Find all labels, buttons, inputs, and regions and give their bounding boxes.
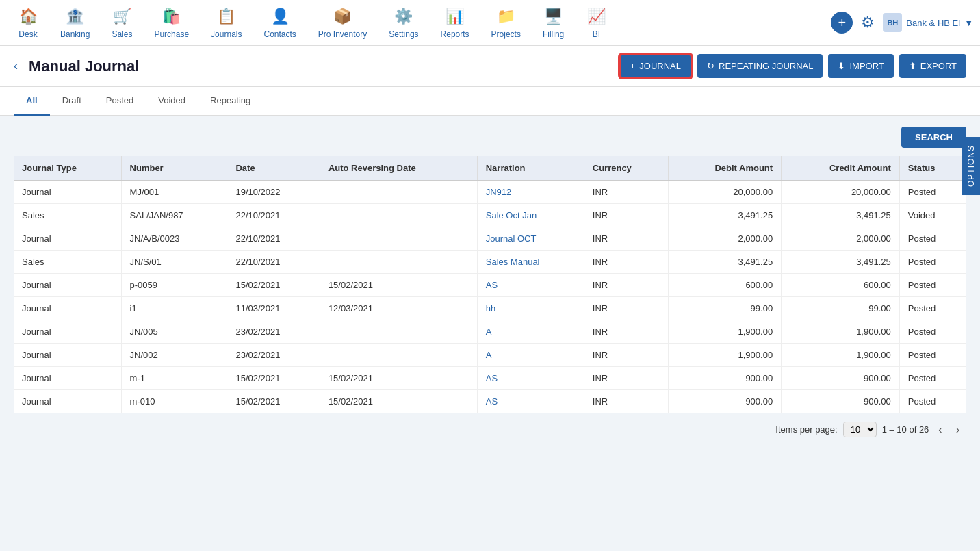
cell-credit: 3,491.25 [782, 204, 900, 227]
header-status: Status [899, 156, 966, 181]
cell-type: Journal [14, 390, 121, 413]
page-title: Manual Journal [29, 57, 608, 75]
tab-all[interactable]: All [14, 87, 50, 116]
user-menu[interactable]: BH Bank & HB El ▼ [883, 13, 973, 32]
narration-link[interactable]: A [486, 326, 492, 337]
cell-status: Posted [899, 274, 966, 297]
cell-auto-rev-date [320, 204, 477, 227]
cell-debit: 600.00 [669, 274, 782, 297]
cell-narration[interactable]: Sale Oct Jan [477, 204, 584, 227]
cell-currency: INR [584, 274, 668, 297]
cell-narration[interactable]: Journal OCT [477, 227, 584, 251]
table-row[interactable]: Journal i1 11/03/2021 12/03/2021 hh INR … [14, 297, 966, 320]
cell-narration[interactable]: AS [477, 274, 584, 297]
narration-link[interactable]: hh [486, 303, 495, 313]
options-tab[interactable]: OPTIONS [962, 137, 980, 195]
avatar: BH [883, 13, 902, 32]
nav-label-desk: Desk [18, 29, 37, 39]
header-credit-amount: Credit Amount [782, 156, 900, 181]
table-row[interactable]: Sales SAL/JAN/987 22/10/2021 Sale Oct Ja… [14, 204, 966, 227]
new-journal-button[interactable]: + JOURNAL [619, 54, 692, 78]
table-row[interactable]: Sales JN/S/01 22/10/2021 Sales Manual IN… [14, 251, 966, 274]
narration-link[interactable]: AS [486, 373, 498, 383]
cell-status: Posted [899, 297, 966, 320]
table-header-row: Journal Type Number Date Auto Reversing … [14, 156, 966, 181]
nav-label-bi: BI [593, 29, 600, 39]
cell-currency: INR [584, 251, 668, 274]
table-row[interactable]: Journal m-010 15/02/2021 15/02/2021 AS I… [14, 390, 966, 413]
cell-type: Journal [14, 320, 121, 344]
cell-currency: INR [584, 297, 668, 320]
cell-date: 23/02/2021 [227, 344, 320, 367]
cell-debit: 900.00 [669, 390, 782, 413]
tab-voided[interactable]: Voided [146, 87, 198, 116]
nav-item-contacts[interactable]: 👤 Contacts [253, 1, 307, 44]
table-row[interactable]: Journal JN/A/B/0023 22/10/2021 Journal O… [14, 227, 966, 251]
nav-item-bi[interactable]: 📈 BI [575, 1, 617, 44]
cell-debit: 1,900.00 [669, 344, 782, 367]
table-row[interactable]: Journal m-1 15/02/2021 15/02/2021 AS INR… [14, 367, 966, 390]
nav-item-banking[interactable]: 🏦 Banking [49, 1, 101, 44]
cell-debit: 3,491.25 [669, 204, 782, 227]
tab-draft[interactable]: Draft [50, 87, 94, 116]
cell-auto-rev-date: 12/03/2021 [320, 297, 477, 320]
cell-credit: 600.00 [782, 274, 900, 297]
table-row[interactable]: Journal JN/002 23/02/2021 A INR 1,900.00… [14, 344, 966, 367]
nav-item-desk[interactable]: 🏠 Desk [7, 1, 49, 44]
user-name: Bank & HB El [906, 18, 960, 28]
narration-link[interactable]: AS [486, 396, 498, 407]
tab-repeating[interactable]: Repeating [198, 87, 263, 116]
table-row[interactable]: Journal p-0059 15/02/2021 15/02/2021 AS … [14, 274, 966, 297]
back-button[interactable]: ‹ [14, 59, 18, 73]
repeating-journal-button[interactable]: ↻ REPEATING JOURNAL [697, 54, 823, 78]
cell-narration[interactable]: JN912 [477, 181, 584, 204]
tab-posted[interactable]: Posted [94, 87, 146, 116]
cell-currency: INR [584, 227, 668, 251]
narration-link[interactable]: AS [486, 280, 498, 290]
export-button[interactable]: ⬆ EXPORT [899, 54, 966, 78]
narration-link[interactable]: JN912 [486, 187, 512, 197]
cell-credit: 1,900.00 [782, 320, 900, 344]
search-button[interactable]: SEARCH [901, 127, 966, 148]
cell-auto-rev-date [320, 227, 477, 251]
next-page-button[interactable]: › [952, 422, 964, 437]
nav-label-contacts: Contacts [263, 29, 296, 39]
cell-narration[interactable]: AS [477, 367, 584, 390]
cell-narration[interactable]: hh [477, 297, 584, 320]
cell-narration[interactable]: Sales Manual [477, 251, 584, 274]
journals-icon: 📋 [216, 6, 237, 27]
cell-narration[interactable]: AS [477, 390, 584, 413]
nav-item-projects[interactable]: 📁 Projects [480, 1, 532, 44]
nav-label-settings: Settings [389, 29, 418, 39]
import-button[interactable]: ⬇ IMPORT [828, 54, 893, 78]
cell-narration[interactable]: A [477, 344, 584, 367]
add-button[interactable]: + [831, 12, 853, 34]
cell-debit: 20,000.00 [669, 181, 782, 204]
prev-page-button[interactable]: ‹ [934, 422, 946, 437]
cell-type: Journal [14, 274, 121, 297]
header-debit-amount: Debit Amount [669, 156, 782, 181]
nav-item-pro-inventory[interactable]: 📦 Pro Inventory [307, 1, 378, 44]
narration-link[interactable]: Sale Oct Jan [486, 210, 537, 220]
table-row[interactable]: Journal JN/005 23/02/2021 A INR 1,900.00… [14, 320, 966, 344]
nav-item-purchase[interactable]: 🛍️ Purchase [143, 1, 200, 44]
cell-credit: 99.00 [782, 297, 900, 320]
nav-item-journals[interactable]: 📋 Journals [200, 1, 253, 44]
cell-status: Posted [899, 367, 966, 390]
cell-type: Journal [14, 344, 121, 367]
cell-narration[interactable]: A [477, 320, 584, 344]
cell-debit: 3,491.25 [669, 251, 782, 274]
gear-icon[interactable]: ⚙ [861, 14, 875, 31]
table-row[interactable]: Journal MJ/001 19/10/2022 JN912 INR 20,0… [14, 181, 966, 204]
narration-link[interactable]: Journal OCT [486, 233, 537, 244]
nav-item-settings[interactable]: ⚙️ Settings [378, 1, 429, 44]
top-nav: 🏠 Desk 🏦 Banking 🛒 Sales 🛍️ Purchase 📋 J… [0, 0, 980, 46]
cell-debit: 2,000.00 [669, 227, 782, 251]
header-auto-reversing-date: Auto Reversing Date [320, 156, 477, 181]
narration-link[interactable]: A [486, 350, 492, 360]
nav-item-sales[interactable]: 🛒 Sales [101, 1, 143, 44]
nav-item-filling[interactable]: 🖥️ Filling [532, 1, 575, 44]
items-per-page-select[interactable]: 10 25 50 [843, 422, 877, 437]
narration-link[interactable]: Sales Manual [486, 257, 540, 267]
nav-item-reports[interactable]: 📊 Reports [430, 1, 480, 44]
